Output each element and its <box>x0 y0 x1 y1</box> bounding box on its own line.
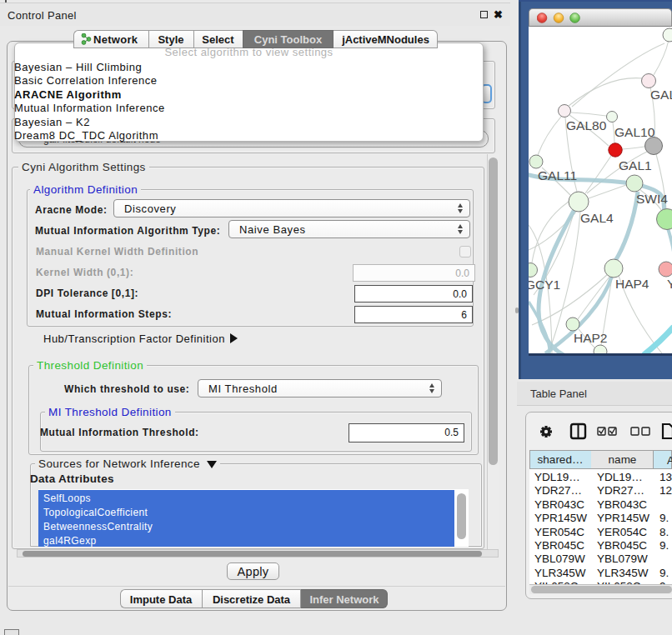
svg-text:GAL2: GAL2 <box>650 88 672 102</box>
svg-text:GAL10: GAL10 <box>614 125 655 139</box>
svg-text:GAL80: GAL80 <box>566 118 607 132</box>
svg-text:GAL11: GAL11 <box>538 168 577 182</box>
svg-text:HAP4: HAP4 <box>615 277 649 291</box>
svg-text:GCY1: GCY1 <box>529 278 560 292</box>
svg-text:Y: Y <box>667 277 672 291</box>
svg-text:SWI4: SWI4 <box>636 192 668 206</box>
svg-text:HAP2: HAP2 <box>574 331 608 345</box>
svg-text:GAL4: GAL4 <box>580 211 614 225</box>
svg-text:GAL1: GAL1 <box>619 158 652 172</box>
